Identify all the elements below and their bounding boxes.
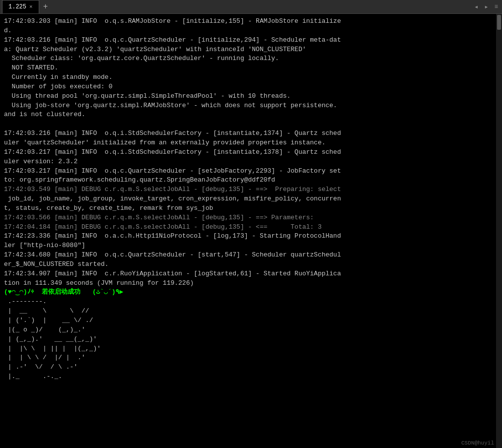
- console-line: job_id, job_name, job_group, invoke_targ…: [4, 195, 341, 202]
- console-line: | (_,_).' __ __(_,_)': [4, 335, 97, 343]
- console-line: | .-' \/ / \ .-': [4, 363, 77, 371]
- console-line: ler ["http-nio-8080"]: [4, 242, 85, 249]
- console-line: 17:42:03.549 [main] DEBUG c.r.q.m.S.sele…: [4, 186, 341, 193]
- console-line: a: Quartz Scheduler (v2.3.2) 'quartzSche…: [4, 46, 306, 53]
- console-line: 17:42:03.216 [main] INFO o.q.c.QuartzSch…: [4, 36, 341, 44]
- scrollbar-track[interactable]: [496, 14, 502, 448]
- console-line: | __ \ \ //: [4, 307, 89, 315]
- watermark: CSDN@huyil: [461, 440, 494, 446]
- console-line: Using thread pool 'org.quartz.simpl.Simp…: [4, 92, 290, 100]
- console-line: Using job-store 'org.quartz.simpl.RAMJob…: [4, 102, 337, 109]
- console-line: NOT STARTED.: [4, 64, 58, 71]
- console-line: (♥◠‿◠)ﾉ༶ 若依启动成功 ٩(´◡`ٹ)▶: [4, 288, 123, 296]
- active-tab[interactable]: 1.225 ×: [2, 0, 39, 13]
- console-line: and is not clustered.: [4, 111, 85, 118]
- console-line: 17:42:03.566 [main] DEBUG c.r.q.m.S.sele…: [4, 214, 314, 221]
- console-line: 17:42:03.216 [main] INFO o.q.i.StdSchedu…: [4, 129, 341, 137]
- console-line: uler version: 2.3.2: [4, 158, 77, 165]
- console-line: Number of jobs executed: 0: [4, 83, 112, 90]
- console-area: 17:42:03.203 [main] INFO o.q.s.RAMJobSto…: [0, 14, 502, 448]
- console-line: | ('.`) | __ \/ ./: [4, 317, 93, 324]
- console-line: Currently in standby mode.: [4, 73, 112, 81]
- add-tab-button[interactable]: +: [39, 2, 52, 11]
- terminal-window: 1.225 × + ◂ ▸ ≡ 17:42:03.203 [main] INFO…: [0, 0, 502, 448]
- console-line: 17:42:03.203 [main] INFO o.q.s.RAMJobSto…: [4, 17, 341, 25]
- tab-close-button[interactable]: ×: [29, 4, 33, 10]
- console-line: tion in 111.349 seconds (JVM running for…: [4, 279, 194, 287]
- console-line: d.: [4, 27, 12, 34]
- console-line: 17:42:03.217 [main] INFO o.q.i.StdSchedu…: [4, 148, 341, 156]
- console-line: to: org.springframework.scheduling.quart…: [4, 176, 275, 184]
- console-output[interactable]: 17:42:03.203 [main] INFO o.q.s.RAMJobSto…: [0, 14, 496, 448]
- console-line: 17:42:34.907 [main] INFO c.r.RuoYiApplic…: [4, 270, 341, 277]
- console-line: |(_ o _)/ (_,)_.': [4, 326, 85, 333]
- console-line: t, status, create_by, create_time, remar…: [4, 204, 213, 212]
- navigation-arrows: ◂ ▸ ≡: [472, 2, 500, 11]
- console-line: 17:42:23.336 [main] INFO o.a.c.h.Http11N…: [4, 232, 341, 240]
- console-line: |._ .-._.: [4, 373, 62, 380]
- title-bar: 1.225 × + ◂ ▸ ≡: [0, 0, 502, 14]
- console-line: .--------.: [4, 298, 47, 305]
- console-line: 17:42:34.680 [main] INFO o.q.c.QuartzSch…: [4, 251, 341, 258]
- console-line: | |\ \ | || | |(_,_)': [4, 345, 101, 352]
- nav-left-arrow[interactable]: ◂: [472, 2, 480, 11]
- nav-right-arrow[interactable]: ▸: [482, 2, 490, 11]
- console-line: 17:42:03.217 [main] INFO o.q.c.QuartzSch…: [4, 167, 341, 175]
- tab-title: 1.225: [8, 3, 26, 10]
- scrollbar-thumb[interactable]: [497, 15, 501, 30]
- console-line: uler 'quartzScheduler' initialized from …: [4, 139, 326, 146]
- console-line: Scheduler class: 'org.quartz.core.Quartz…: [4, 55, 279, 62]
- console-line: 17:42:04.184 [main] DEBUG c.r.q.m.S.sele…: [4, 223, 322, 231]
- console-line: er_$_NON_CLUSTERED started.: [4, 260, 109, 268]
- scroll-menu[interactable]: ≡: [493, 3, 500, 10]
- console-line: | | \ \ / |/ | .': [4, 354, 85, 361]
